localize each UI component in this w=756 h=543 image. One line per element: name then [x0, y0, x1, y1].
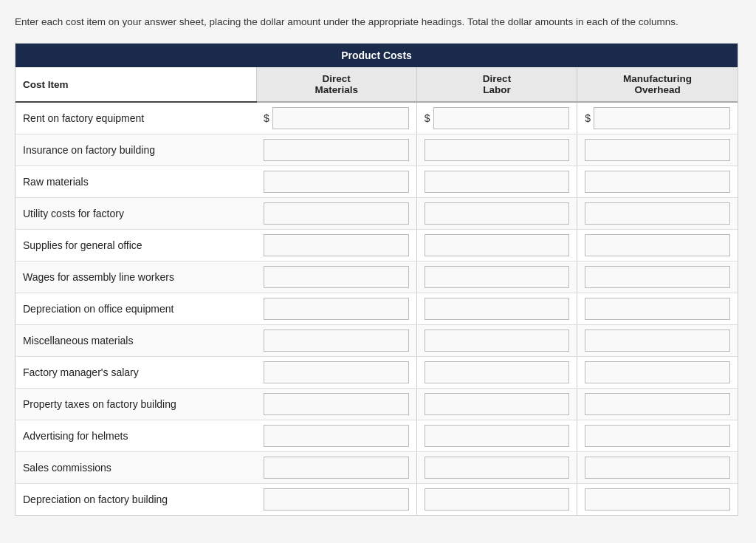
table-row: Wages for assembly line workers	[16, 262, 738, 293]
table-row: Utility costs for factory	[16, 198, 738, 230]
input-cell-manufacturing-overhead[interactable]	[577, 134, 738, 166]
input-direct-labor-row-11[interactable]	[425, 457, 569, 479]
input-cell-direct-materials[interactable]	[256, 484, 416, 516]
input-direct-labor-row-9[interactable]	[425, 393, 569, 415]
input-cell-manufacturing-overhead[interactable]	[577, 484, 738, 516]
table-row: Property taxes on factory building	[16, 389, 738, 420]
cost-item-label: Supplies for general office	[16, 230, 256, 262]
input-cell-manufacturing-overhead[interactable]	[577, 166, 738, 198]
input-direct-materials-row-12[interactable]	[264, 488, 409, 510]
input-cell-manufacturing-overhead[interactable]	[577, 389, 738, 420]
cost-item-label: Advertising for helmets	[16, 420, 256, 452]
input-cell-direct-labor[interactable]	[416, 325, 577, 357]
input-direct-materials-row-7[interactable]	[264, 329, 409, 352]
input-cell-direct-labor[interactable]	[416, 166, 577, 198]
input-cell-manufacturing-overhead[interactable]	[577, 230, 738, 262]
input-cell-manufacturing-overhead[interactable]: $	[577, 102, 738, 134]
input-manufacturing-overhead-row-0[interactable]	[594, 107, 730, 129]
input-direct-materials-row-5[interactable]	[264, 266, 409, 288]
input-direct-materials-row-10[interactable]	[264, 425, 409, 447]
input-cell-direct-labor[interactable]: $	[416, 102, 577, 134]
input-direct-materials-row-6[interactable]	[264, 298, 409, 320]
cost-item-label: Utility costs for factory	[16, 198, 256, 230]
input-manufacturing-overhead-row-6[interactable]	[585, 298, 730, 320]
input-direct-labor-row-4[interactable]	[425, 234, 569, 256]
table-row: Sales commissions	[16, 452, 738, 484]
input-direct-labor-row-1[interactable]	[425, 139, 569, 161]
dollar-sign: $	[585, 112, 591, 124]
input-direct-labor-row-2[interactable]	[425, 171, 569, 193]
cost-item-label: Factory manager's salary	[16, 357, 256, 389]
input-direct-labor-row-12[interactable]	[425, 488, 569, 510]
input-cell-direct-materials[interactable]	[256, 293, 416, 325]
input-cell-direct-labor[interactable]	[416, 357, 577, 389]
input-cell-manufacturing-overhead[interactable]	[577, 325, 738, 357]
input-cell-direct-materials[interactable]	[256, 134, 416, 166]
input-cell-direct-labor[interactable]	[416, 484, 577, 516]
input-cell-direct-materials[interactable]	[256, 198, 416, 230]
table-row: Supplies for general office	[16, 230, 738, 262]
dollar-sign: $	[264, 112, 269, 124]
input-cell-direct-materials[interactable]	[256, 452, 416, 484]
input-cell-direct-labor[interactable]	[416, 293, 577, 325]
table-row: Factory manager's salary	[16, 357, 738, 389]
input-direct-materials-row-11[interactable]	[264, 457, 409, 479]
input-direct-labor-row-3[interactable]	[425, 202, 569, 225]
input-cell-manufacturing-overhead[interactable]	[577, 452, 738, 484]
input-manufacturing-overhead-row-9[interactable]	[585, 393, 730, 415]
cost-item-label: Depreciation on factory building	[16, 484, 256, 516]
input-manufacturing-overhead-row-5[interactable]	[585, 266, 730, 288]
input-direct-materials-row-8[interactable]	[264, 361, 409, 383]
input-direct-labor-row-8[interactable]	[425, 361, 569, 383]
input-direct-materials-row-3[interactable]	[264, 202, 409, 225]
input-manufacturing-overhead-row-2[interactable]	[585, 171, 730, 193]
input-cell-direct-materials[interactable]: $	[256, 102, 416, 134]
input-cell-manufacturing-overhead[interactable]	[577, 420, 738, 452]
input-direct-materials-row-9[interactable]	[264, 393, 409, 415]
input-manufacturing-overhead-row-4[interactable]	[585, 234, 730, 256]
input-cell-direct-labor[interactable]	[416, 134, 577, 166]
cost-item-label: Property taxes on factory building	[16, 389, 256, 420]
input-manufacturing-overhead-row-3[interactable]	[585, 202, 730, 225]
input-manufacturing-overhead-row-1[interactable]	[585, 139, 730, 161]
input-direct-labor-row-10[interactable]	[425, 425, 569, 447]
input-cell-manufacturing-overhead[interactable]	[577, 262, 738, 293]
input-direct-labor-row-5[interactable]	[425, 266, 569, 288]
table-row: Depreciation on factory building	[16, 484, 738, 516]
input-cell-manufacturing-overhead[interactable]	[577, 357, 738, 389]
input-cell-direct-materials[interactable]	[256, 325, 416, 357]
input-direct-materials-row-1[interactable]	[264, 139, 409, 161]
input-direct-labor-row-7[interactable]	[425, 329, 569, 352]
cost-item-label: Insurance on factory building	[16, 134, 256, 166]
input-cell-direct-materials[interactable]	[256, 420, 416, 452]
input-cell-direct-materials[interactable]	[256, 389, 416, 420]
cost-item-label: Depreciation on office equipment	[16, 293, 256, 325]
input-manufacturing-overhead-row-8[interactable]	[585, 361, 730, 383]
cost-item-label: Sales commissions	[16, 452, 256, 484]
input-cell-manufacturing-overhead[interactable]	[577, 198, 738, 230]
input-cell-direct-labor[interactable]	[416, 262, 577, 293]
table-row: Advertising for helmets	[16, 420, 738, 452]
input-manufacturing-overhead-row-10[interactable]	[585, 425, 730, 447]
input-cell-direct-labor[interactable]	[416, 452, 577, 484]
input-manufacturing-overhead-row-11[interactable]	[585, 457, 730, 479]
input-cell-direct-materials[interactable]	[256, 357, 416, 389]
table-row: Miscellaneous materials	[16, 325, 738, 357]
input-cell-direct-materials[interactable]	[256, 262, 416, 293]
input-cell-direct-materials[interactable]	[256, 166, 416, 198]
input-manufacturing-overhead-row-7[interactable]	[585, 329, 730, 352]
input-manufacturing-overhead-row-12[interactable]	[585, 488, 730, 510]
input-cell-direct-materials[interactable]	[256, 230, 416, 262]
input-cell-direct-labor[interactable]	[416, 198, 577, 230]
col-header-cost-item: Cost Item	[16, 67, 256, 102]
input-cell-direct-labor[interactable]	[416, 389, 577, 420]
input-cell-direct-labor[interactable]	[416, 420, 577, 452]
input-direct-materials-row-0[interactable]	[272, 107, 409, 129]
input-direct-labor-row-0[interactable]	[433, 107, 570, 129]
input-cell-manufacturing-overhead[interactable]	[577, 293, 738, 325]
input-direct-materials-row-4[interactable]	[264, 234, 409, 256]
input-direct-materials-row-2[interactable]	[264, 171, 409, 193]
input-direct-labor-row-6[interactable]	[425, 298, 569, 320]
table-row: Rent on factory equipment$$$	[16, 102, 738, 134]
input-cell-direct-labor[interactable]	[416, 230, 577, 262]
